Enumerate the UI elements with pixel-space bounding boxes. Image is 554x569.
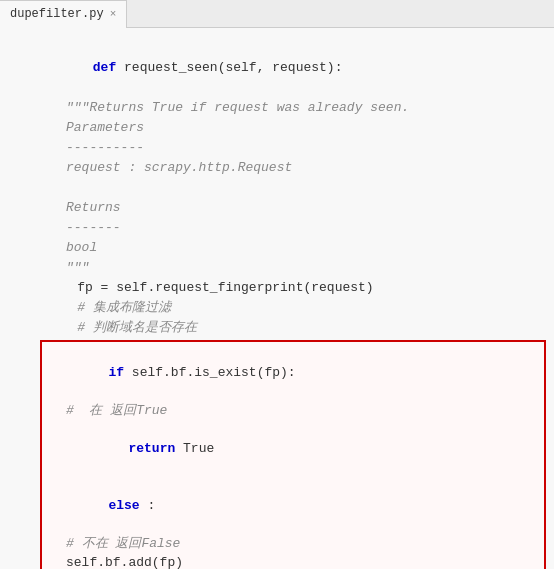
- line-docstring-2: Parameters: [10, 118, 554, 138]
- editor-area: def request_seen(self, request): """Retu…: [0, 28, 554, 569]
- tab-filename: dupefilter.py: [10, 7, 104, 21]
- code-text: """: [66, 258, 554, 278]
- line-comment-1: # 集成布隆过滤: [10, 298, 554, 318]
- highlighted-block: if self.bf.is_exist(fp): # 在 返回True retu…: [40, 340, 546, 569]
- code-text: self.bf.add(fp): [66, 553, 540, 569]
- code-text: ----------: [66, 138, 554, 158]
- code-text: fp = self.request_fingerprint(request): [46, 278, 554, 298]
- line-docstring-5: Returns: [10, 198, 554, 218]
- keyword-return: return: [128, 441, 183, 456]
- code-text: self.bf.is_exist(fp):: [132, 365, 296, 380]
- tab-bar: dupefilter.py ×: [0, 0, 554, 28]
- line-docstring-4: request : scrapy.http.Request: [10, 158, 554, 178]
- line-return-true: return True: [46, 420, 540, 477]
- line-add: self.bf.add(fp): [46, 553, 540, 569]
- keyword-def: def: [93, 60, 124, 75]
- line-docstring-6: -------: [10, 218, 554, 238]
- code-text: request : scrapy.http.Request: [66, 158, 554, 178]
- line-docstring-1: """Returns True if request was already s…: [10, 98, 554, 118]
- line-block-comment-1: # 在 返回True: [46, 401, 540, 420]
- line-docstring-3: ----------: [10, 138, 554, 158]
- line-else: else :: [46, 477, 540, 534]
- line-docstring-8: """: [10, 258, 554, 278]
- line-if: if self.bf.is_exist(fp):: [46, 344, 540, 401]
- code-text: :: [147, 498, 155, 513]
- code-text: bool: [66, 238, 554, 258]
- keyword-else: else: [108, 498, 147, 513]
- code-text: True: [183, 441, 214, 456]
- code-text: -------: [66, 218, 554, 238]
- keyword-if: if: [108, 365, 131, 380]
- code-text: request_seen(self, request):: [124, 60, 342, 75]
- file-tab[interactable]: dupefilter.py ×: [0, 0, 127, 28]
- line-docstring-7: bool: [10, 238, 554, 258]
- code-text: [66, 178, 554, 198]
- line-def: def request_seen(self, request):: [10, 38, 554, 98]
- line-block-comment-2: # 不在 返回False: [46, 534, 540, 553]
- line-comment-2: # 判断域名是否存在: [10, 318, 554, 338]
- code-text: """Returns True if request was already s…: [66, 98, 554, 118]
- code-text: # 不在 返回False: [66, 534, 540, 553]
- code-text: Parameters: [66, 118, 554, 138]
- line-blank-1: [10, 178, 554, 198]
- code-text: # 集成布隆过滤: [46, 298, 554, 318]
- code-text: Returns: [66, 198, 554, 218]
- close-icon[interactable]: ×: [110, 8, 117, 20]
- line-fp: fp = self.request_fingerprint(request): [10, 278, 554, 298]
- code-text: # 在 返回True: [66, 401, 540, 420]
- code-text: # 判断域名是否存在: [46, 318, 554, 338]
